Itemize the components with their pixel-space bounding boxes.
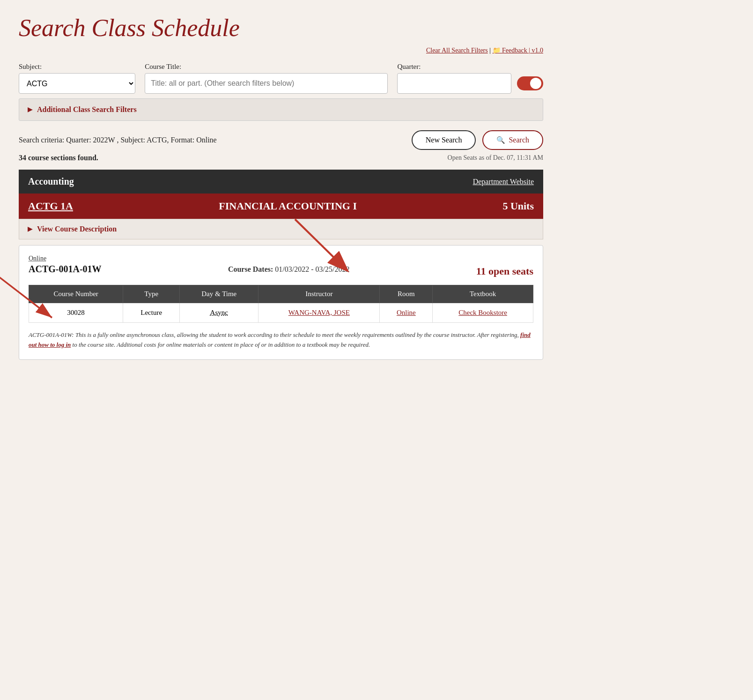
search-criteria-text: Search criteria: Quarter: 2022W , Subjec…	[19, 136, 217, 144]
new-search-button[interactable]: New Search	[412, 130, 476, 150]
col-course-number: Course Number	[29, 285, 123, 303]
course-name: FINANCIAL ACCOUNTING I	[73, 200, 502, 212]
cell-type: Lecture	[123, 303, 180, 323]
clear-filters-link[interactable]: Clear All Search Filters	[426, 47, 488, 54]
department-website-link[interactable]: Department Website	[473, 178, 534, 186]
search-button[interactable]: 🔍 Search	[482, 130, 543, 150]
check-bookstore-link[interactable]: Check Bookstore	[458, 309, 507, 316]
quarter-label: Quarter:	[397, 63, 543, 71]
subject-filter-group: Subject: ACTG	[19, 63, 135, 94]
course-code[interactable]: ACTG 1A	[28, 200, 73, 212]
section-dates-value: 01/03/2022 - 03/25/2022	[275, 265, 349, 273]
additional-filters-bar[interactable]: ▶ Additional Class Search Filters	[19, 98, 543, 121]
toggle-slider	[517, 76, 543, 90]
search-criteria-row: Search criteria: Quarter: 2022W , Subjec…	[19, 130, 543, 150]
open-seats-text: Open Seats as of Dec. 07, 11:31 AM	[448, 154, 543, 162]
course-header: ACTG 1A FINANCIAL ACCOUNTING I 5 Units	[19, 194, 543, 219]
department-name: Accounting	[28, 176, 74, 187]
section-dates: Course Dates: 01/03/2022 - 03/25/2022	[102, 255, 476, 274]
feedback-link[interactable]: 📁 Feedback | v1.0	[493, 47, 543, 54]
section-card: Online ACTG-001A-01W Course Dates: 01/03…	[19, 245, 543, 360]
results-count: 34 course sections found.	[19, 154, 98, 162]
subject-select[interactable]: ACTG	[19, 73, 135, 94]
quarter-toggle[interactable]	[517, 76, 543, 90]
col-day-time: Day & Time	[180, 285, 258, 303]
section-note-part1: ACTG-001A-01W: This is a fully online as…	[29, 331, 520, 338]
cell-instructor[interactable]: WANG-NAVA, JOSE	[258, 303, 380, 323]
section-top: Online ACTG-001A-01W Course Dates: 01/03…	[29, 255, 533, 277]
table-row: 30028 Lecture Async WANG-NAVA, JOSE Onli…	[29, 303, 533, 323]
quarter-filter-group: Quarter: Winter 2022	[397, 63, 543, 94]
section-table: Course Number Type Day & Time Instructor…	[29, 285, 533, 323]
filter-row: Subject: ACTG Course Title: Quarter: Win…	[19, 63, 543, 94]
search-icon: 🔍	[496, 136, 505, 144]
search-buttons: New Search 🔍 Search	[412, 130, 543, 150]
section-note-part2: to the course site. Additional costs for…	[71, 341, 370, 348]
section-code: ACTG-001A-01W	[29, 264, 102, 275]
results-count-row: 34 course sections found. Open Seats as …	[19, 154, 543, 162]
page-title: Search Class Schedule	[19, 14, 543, 42]
col-textbook: Textbook	[433, 285, 533, 303]
cell-room[interactable]: Online	[380, 303, 433, 323]
col-instructor: Instructor	[258, 285, 380, 303]
cell-course-number: 30028	[29, 303, 123, 323]
course-units: 5 Units	[502, 200, 534, 212]
department-header: Accounting Department Website	[19, 170, 543, 194]
section-dates-label: Course Dates:	[228, 265, 273, 273]
course-title-label: Course Title:	[145, 63, 388, 71]
view-desc-arrow-icon: ▶	[28, 225, 32, 233]
col-room: Room	[380, 285, 433, 303]
quarter-input[interactable]: Winter 2022	[397, 73, 511, 94]
search-button-label: Search	[509, 136, 529, 144]
room-link[interactable]: Online	[397, 309, 416, 316]
cell-day-time: Async	[180, 303, 258, 323]
view-course-description-bar[interactable]: ▶ View Course Description	[19, 219, 543, 239]
col-type: Type	[123, 285, 180, 303]
course-title-filter-group: Course Title:	[145, 63, 388, 94]
table-header-row: Course Number Type Day & Time Instructor…	[29, 285, 533, 303]
section-left: Online ACTG-001A-01W	[29, 255, 102, 275]
instructor-link[interactable]: WANG-NAVA, JOSE	[288, 309, 350, 316]
course-title-input[interactable]	[145, 73, 388, 94]
subject-label: Subject:	[19, 63, 135, 71]
section-format: Online	[29, 255, 102, 262]
cell-textbook[interactable]: Check Bookstore	[433, 303, 533, 323]
section-note: ACTG-001A-01W: This is a fully online as…	[29, 330, 533, 350]
view-desc-label: View Course Description	[37, 225, 117, 233]
additional-filters-label: Additional Class Search Filters	[37, 105, 137, 114]
additional-filters-arrow-icon: ▶	[28, 106, 32, 113]
top-links-bar: Clear All Search Filters | 📁 Feedback | …	[19, 46, 543, 54]
section-open-seats: 11 open seats	[476, 255, 533, 277]
